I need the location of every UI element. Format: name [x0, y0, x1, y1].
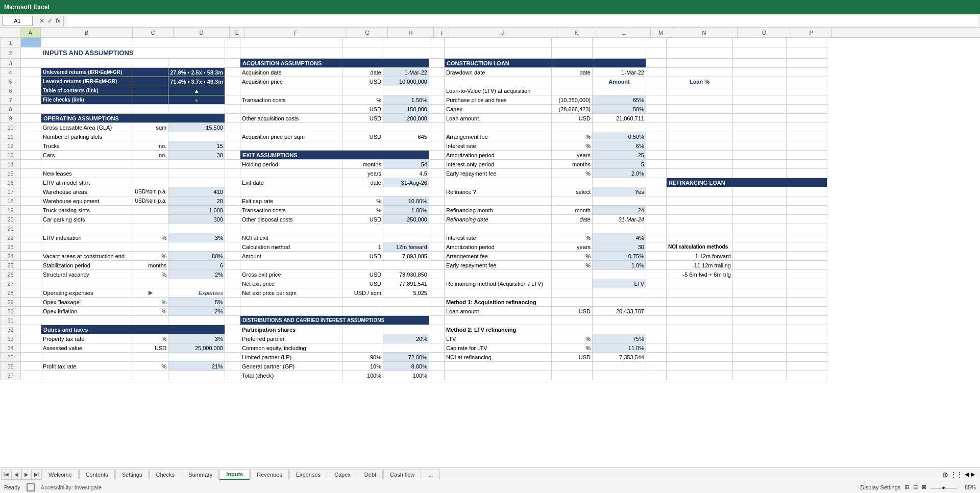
cell-m21[interactable] [646, 224, 666, 233]
cell-d7[interactable]: ● [168, 95, 225, 105]
cell-a29[interactable] [21, 298, 41, 307]
cell-a35[interactable] [21, 353, 41, 362]
cell-b28[interactable]: Operating expenses [41, 288, 133, 298]
cell-o32[interactable] [732, 325, 786, 334]
cell-k10[interactable] [551, 123, 592, 132]
cell-l12[interactable]: 6% [592, 141, 646, 151]
cell-k35[interactable]: USD [551, 353, 592, 362]
cell-e5[interactable] [225, 77, 240, 86]
cell-m12[interactable] [646, 141, 666, 151]
cell-j25[interactable]: Early repayment fee [444, 261, 551, 270]
cell-n7[interactable] [666, 95, 732, 105]
cell-p14[interactable] [786, 160, 827, 169]
cell-a7[interactable] [21, 95, 41, 105]
cell-h5[interactable]: 10,000,000 [383, 77, 429, 86]
cell-b27[interactable] [41, 279, 133, 288]
cell-g32[interactable] [342, 325, 383, 334]
cell-d15[interactable] [168, 169, 225, 178]
cell-m30[interactable] [646, 307, 666, 316]
cell-g10[interactable] [342, 123, 383, 132]
cell-l35[interactable]: 7,353,544 [592, 353, 646, 362]
cell-c22[interactable]: % [133, 233, 168, 242]
cell-l30[interactable]: 20,433,707 [592, 307, 646, 316]
cell-j21[interactable] [444, 224, 551, 233]
cell-b22[interactable]: ERV indexation [41, 233, 133, 242]
cell-h17[interactable] [383, 187, 429, 196]
cell-e7[interactable] [225, 95, 240, 105]
cell-p8[interactable] [786, 105, 827, 114]
cell-l4[interactable]: 1-Mar-22 [592, 68, 646, 77]
cell-e15[interactable] [225, 169, 240, 178]
cell-f22[interactable]: NOI at exit [240, 233, 342, 242]
cell-c12[interactable]: no. [133, 141, 168, 151]
formula-input[interactable] [67, 16, 978, 26]
cell-h24[interactable]: 7,893,085 [383, 252, 429, 261]
cell-i37[interactable] [429, 371, 444, 380]
cell-h9[interactable]: 200,000 [383, 114, 429, 123]
cell-b30[interactable]: Opex inflation [41, 307, 133, 316]
cell-d5[interactable]: 71.4% • 3.7x • 49.3m [168, 77, 225, 86]
cell-c36[interactable]: % [133, 362, 168, 371]
cell-f20[interactable]: Other disposal costs [240, 215, 342, 224]
cell-j15[interactable]: Early repayment fee [444, 169, 551, 178]
cell-l34[interactable]: 11.0% [592, 343, 646, 353]
cell-d37[interactable] [168, 371, 225, 380]
tab-more[interactable]: ... [422, 470, 439, 479]
cell-b36[interactable]: Profit tax rate [41, 362, 133, 371]
cell-j28[interactable] [444, 288, 551, 298]
cell-i35[interactable] [429, 353, 444, 362]
cell-c14[interactable] [133, 160, 168, 169]
cell-m8[interactable] [646, 105, 666, 114]
cell-n11[interactable] [666, 132, 732, 141]
cell-i8[interactable] [429, 105, 444, 114]
tab-debt[interactable]: Debt [358, 470, 383, 479]
cell-a32[interactable] [21, 325, 41, 334]
cell-n8[interactable] [666, 105, 732, 114]
cell-k27[interactable] [551, 279, 592, 288]
cancel-icon[interactable]: ✕ [39, 17, 44, 24]
cell-i29[interactable] [429, 298, 444, 307]
sheet-options-icon[interactable]: ⋮⋮ [950, 471, 963, 478]
cell-a5[interactable] [21, 77, 41, 86]
cell-b35[interactable] [41, 353, 133, 362]
cell-a17[interactable] [21, 187, 41, 196]
cell-c28[interactable]: ▶ [133, 288, 168, 298]
cell-i1[interactable] [429, 38, 444, 47]
cell-f25[interactable] [240, 261, 342, 270]
cell-k16[interactable] [551, 178, 592, 187]
cell-l31[interactable] [592, 316, 646, 325]
cell-n4[interactable] [666, 68, 732, 77]
cell-k5[interactable] [551, 77, 592, 86]
col-header-i[interactable]: I [434, 28, 449, 37]
cell-n31[interactable] [666, 316, 732, 325]
cell-i13[interactable] [429, 151, 444, 160]
cell-h23[interactable]: 12m forward [383, 242, 429, 252]
cell-j7[interactable]: Purchase price and fees [444, 95, 551, 105]
cell-p1[interactable] [786, 38, 827, 47]
cell-j16[interactable] [444, 178, 551, 187]
cell-n25[interactable]: -11 12m trailing [666, 261, 732, 270]
cell-c6[interactable] [133, 86, 168, 95]
cell-e28[interactable] [225, 288, 240, 298]
cell-j34[interactable]: Cap rate for LTV [444, 343, 551, 353]
cell-a14[interactable] [21, 160, 41, 169]
cell-k31[interactable] [551, 316, 592, 325]
cell-f15[interactable] [240, 169, 342, 178]
cell-l21[interactable] [592, 224, 646, 233]
cell-p34[interactable] [786, 343, 827, 353]
cell-m35[interactable] [646, 353, 666, 362]
tab-nav-last[interactable]: ▶| [32, 470, 42, 480]
cell-f27[interactable]: Net exit price [240, 279, 342, 288]
cell-n27[interactable] [666, 279, 732, 288]
cell-l36[interactable] [592, 362, 646, 371]
cell-e20[interactable] [225, 215, 240, 224]
cell-e31[interactable] [225, 316, 240, 325]
cell-k7[interactable]: (10,350,000) [551, 95, 592, 105]
cell-c5[interactable] [133, 77, 168, 86]
cell-k36[interactable] [551, 362, 592, 371]
tab-checks[interactable]: Checks [149, 470, 181, 479]
cell-i33[interactable] [429, 334, 444, 343]
cell-a27[interactable] [21, 279, 41, 288]
cell-i9[interactable] [429, 114, 444, 123]
cell-p35[interactable] [786, 353, 827, 362]
